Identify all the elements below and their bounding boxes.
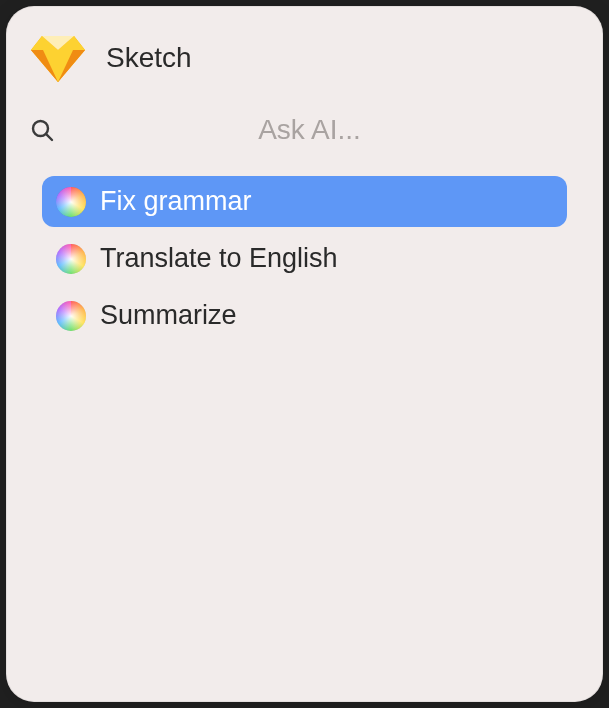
search-icon — [28, 116, 56, 144]
command-label: Translate to English — [100, 243, 338, 274]
svg-line-11 — [46, 134, 52, 140]
ai-command-panel: Sketch Fix grammar Translate to English … — [6, 6, 603, 702]
color-wheel-icon — [56, 187, 86, 217]
color-wheel-icon — [56, 244, 86, 274]
command-label: Summarize — [100, 300, 237, 331]
color-wheel-icon — [56, 301, 86, 331]
command-translate-to-english[interactable]: Translate to English — [42, 233, 567, 284]
command-label: Fix grammar — [100, 186, 252, 217]
panel-header: Sketch — [24, 26, 585, 106]
command-summarize[interactable]: Summarize — [42, 290, 567, 341]
command-list: Fix grammar Translate to English Summari… — [24, 176, 585, 341]
app-title: Sketch — [106, 42, 192, 74]
sketch-app-icon — [30, 34, 86, 82]
search-row — [24, 106, 585, 176]
search-input[interactable] — [66, 114, 581, 146]
command-fix-grammar[interactable]: Fix grammar — [42, 176, 567, 227]
